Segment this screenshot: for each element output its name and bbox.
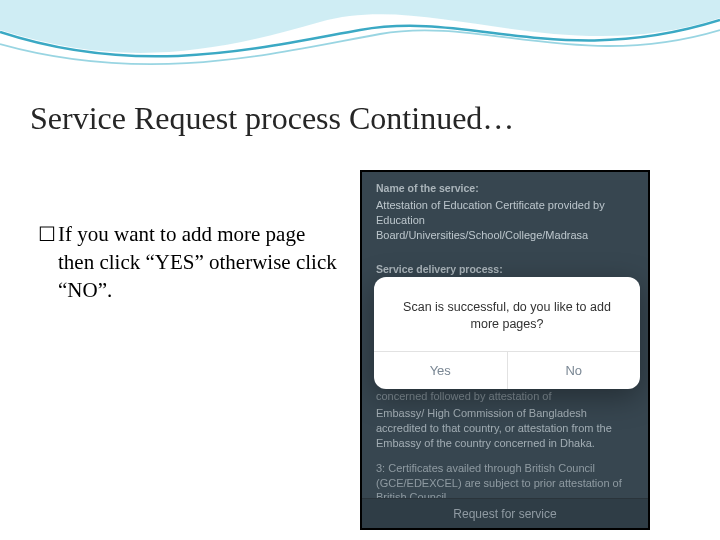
process-tail-a: concerned followed by attestation of (362, 387, 648, 406)
request-service-button[interactable]: Request for service (362, 498, 648, 528)
bullet-text: If you want to add more page then click … (58, 220, 338, 304)
service-name-value: Attestation of Education Certificate pro… (362, 198, 648, 253)
slide-title: Service Request process Continued… (30, 100, 514, 137)
header-wave (0, 0, 720, 90)
bullet-item: ☐ If you want to add more page then clic… (38, 220, 338, 304)
delivery-process-label: Service delivery process: (362, 253, 648, 279)
no-button[interactable]: No (507, 352, 641, 389)
service-name-label: Name of the service: (362, 172, 648, 198)
phone-screenshot: Name of the service: Attestation of Educ… (360, 170, 650, 530)
checkbox-icon: ☐ (38, 220, 56, 248)
dialog-message: Scan is successful, do you like to add m… (374, 277, 640, 351)
dialog-button-row: Yes No (374, 351, 640, 389)
confirm-dialog: Scan is successful, do you like to add m… (374, 277, 640, 389)
yes-button[interactable]: Yes (374, 352, 507, 389)
process-tail-b: Embassy/ High Commission of Bangladesh a… (362, 406, 648, 461)
body-text-block: ☐ If you want to add more page then clic… (38, 220, 338, 304)
